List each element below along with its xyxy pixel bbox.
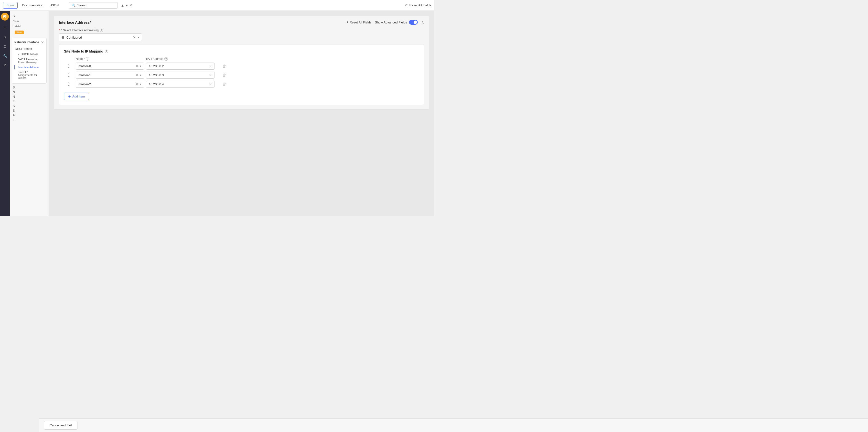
mapping-info-icon[interactable]: ? [105,50,108,53]
sidebar-item-dhcp-server-parent[interactable]: DHCP server [14,46,44,52]
addressing-info-icon[interactable]: ? [100,29,103,32]
row-2-node-value: master-2 [79,82,134,86]
sidebar-char-s3: S [10,103,49,108]
row-2-node-select[interactable]: master-2 ✕ ▾ [76,81,144,88]
main-content: Interface Address* ↺ Reset All Fields Sh… [49,11,434,216]
add-item-button[interactable]: ⊕ Add item [64,93,89,100]
row-0-controls: ▲ ▼ [64,63,74,69]
row-1-node-chevron[interactable]: ▾ [140,73,142,77]
icon-s[interactable]: S [1,33,9,41]
tab-form[interactable]: Form [3,2,18,8]
sidebar-new-label: New [10,18,49,23]
nav-down-button[interactable]: ▼ [125,3,128,7]
show-advanced-toggle: Show Advanced Fields [375,20,418,25]
row-1-node-select[interactable]: master-1 ✕ ▾ [76,71,144,79]
row-0-up-button[interactable]: ▲ [67,63,70,66]
sidebar-char-s: S [10,14,49,18]
sidebar-char-l: L [10,118,49,122]
icon-tools[interactable]: 🔧 [1,52,9,60]
advanced-toggle-switch[interactable] [409,20,418,25]
addressing-select[interactable]: ⊞ Configured ✕ ▾ [59,33,142,41]
row-0-node-value: master-0 [79,64,134,68]
section-title: Interface Address* [59,20,91,25]
row-1-ip-clear[interactable]: ✕ [209,73,212,77]
row-2-up-button[interactable]: ▲ [67,81,70,84]
row-1-ip-field[interactable]: ✕ [146,71,215,79]
row-1-node-value: master-1 [79,73,134,77]
row-2-node-clear[interactable]: ✕ [135,82,138,86]
select-icon: ⊞ [62,35,64,39]
search-input[interactable] [77,3,115,7]
row-2-ip-clear[interactable]: ✕ [209,82,212,86]
select-value: Configured [66,36,131,39]
row-1-controls: ▲ ▼ [64,72,74,78]
row-2-delete-button[interactable]: 🗑 [216,82,226,87]
sidebar-fleet-label: Fleet [10,23,49,28]
addressing-field-label: * * Select Interface Addressing ? [59,29,424,32]
row-0-ip-field[interactable]: ✕ [146,63,215,70]
icon-grid[interactable]: ⊞ [1,24,9,32]
add-item-label: Add item [72,95,85,98]
add-item-icon: ⊕ [68,95,71,98]
collapse-button[interactable]: ∧ [421,20,424,25]
reset-icon-2: ↺ [345,21,348,24]
table-row: ▲ ▼ master-2 ✕ ▾ ✕ 🗑 [64,81,419,88]
section-actions: ↺ Reset All Fields Show Advanced Fields … [345,20,424,25]
sidebar-new-badge: New [15,31,24,34]
ipv4-header-info-icon[interactable]: ? [164,57,168,61]
mapping-title: Site:Node to IP Mapping ? [64,49,419,53]
node-header-info-icon[interactable]: ? [86,57,89,61]
reset-fields-label: Reset All Fields [350,21,372,24]
row-1-down-button[interactable]: ▼ [67,75,70,78]
row-2-node-chevron[interactable]: ▾ [140,82,142,86]
sidebar-section: Network interface ✕ DHCP server ↳ DHCP s… [12,38,46,84]
table-row-container-0: ▲ ▼ master-0 ✕ ▾ ✕ 🗑 [64,63,419,70]
row-2-ip-field[interactable]: ✕ [146,81,215,88]
section-card: Interface Address* ↺ Reset All Fields Sh… [54,16,429,110]
table-row-container-2: ▲ ▼ master-2 ✕ ▾ ✕ 🗑 [64,81,419,88]
sidebar-item-dhcp-networks[interactable]: DHCP Networks, Pools, Gateway [14,57,44,65]
sidebar: S New Fleet New Network interface ✕ DHCP… [10,11,49,216]
icon-bar: F5 ⊞ S ⊡ 🔧 M [0,11,10,216]
sidebar-char-s2: S [10,85,49,90]
sidebar-item-interface-address[interactable]: Interface Address [14,65,44,70]
table-row: ▲ ▼ master-0 ✕ ▾ ✕ 🗑 [64,63,419,70]
select-clear-button[interactable]: ✕ [133,35,136,39]
row-1-node-clear[interactable]: ✕ [135,73,138,77]
row-2-down-button[interactable]: ▼ [67,84,70,87]
sidebar-item-fixed-ip[interactable]: Fixed IP Assignments for Clients [14,70,44,81]
tab-documentation[interactable]: Documentation [20,2,46,8]
row-0-node-chevron[interactable]: ▾ [140,64,142,68]
sidebar-char-f: F [10,99,49,103]
table-row-container-1: ▲ ▼ master-1 ✕ ▾ ✕ 🗑 [64,71,419,79]
sidebar-section-title-text: Network interface [14,40,39,44]
sidebar-item-dhcp-server-child[interactable]: ↳ DHCP server [14,52,44,57]
close-search-button[interactable]: ✕ [129,3,132,7]
reset-all-label: Reset All Fields [409,3,431,7]
row-0-down-button[interactable]: ▼ [67,66,70,69]
node-column-header: Node * ? [76,57,144,61]
row-1-up-button[interactable]: ▲ [67,72,70,75]
row-0-ip-input[interactable] [149,64,208,68]
nav-up-button[interactable]: ▲ [121,3,124,7]
row-1-delete-button[interactable]: 🗑 [216,73,226,78]
row-1-ip-input[interactable] [149,73,208,77]
search-icon: 🔍 [71,3,76,7]
mapping-card: Site:Node to IP Mapping ? Node * ? IPv4 … [59,44,424,105]
row-0-node-select[interactable]: master-0 ✕ ▾ [76,63,144,70]
arrow-icon: ↳ [17,53,20,56]
row-2-controls: ▲ ▼ [64,81,74,87]
icon-m[interactable]: M [1,61,9,69]
sidebar-char-a: A [10,113,49,118]
app-logo: F5 [1,13,9,21]
reset-fields-button[interactable]: ↺ Reset All Fields [345,21,372,24]
table-headers: Node * ? IPv4 Address ? [64,57,419,63]
reset-all-fields-button[interactable]: ↺ Reset All Fields [405,3,431,7]
row-2-ip-input[interactable] [149,82,208,86]
row-0-ip-clear[interactable]: ✕ [209,64,212,68]
row-0-delete-button[interactable]: 🗑 [216,64,226,68]
tab-json[interactable]: JSON [48,2,61,8]
sidebar-close-button[interactable]: ✕ [41,40,44,44]
row-0-node-clear[interactable]: ✕ [135,64,138,68]
icon-layers[interactable]: ⊡ [1,42,9,50]
